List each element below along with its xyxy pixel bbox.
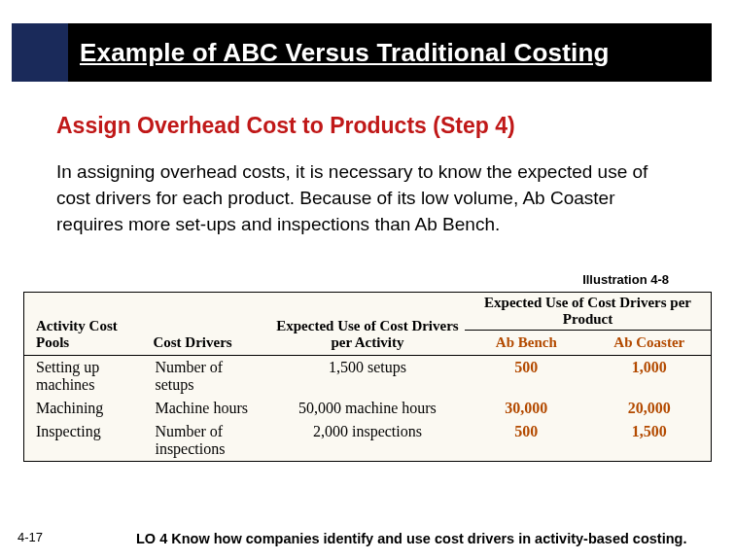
th-per-product-group: Expected Use of Cost Drivers per Product (465, 293, 711, 331)
cell-bench: 500 (465, 420, 587, 461)
slide-title: Example of ABC Versus Traditional Costin… (68, 38, 610, 68)
table: Activity Cost Pools Cost Drivers Expecte… (24, 293, 711, 461)
th-cost-driver: Cost Drivers (147, 293, 269, 356)
illustration-label: Illustration 4-8 (582, 272, 669, 287)
cell-coaster: 1,000 (588, 356, 711, 398)
th-activity-pool: Activity Cost Pools (24, 293, 147, 356)
cell-activity: 1,500 setups (270, 356, 465, 398)
cell-driver: Number of inspections (147, 420, 269, 461)
cell-coaster: 20,000 (588, 397, 711, 420)
cell-driver: Machine hours (147, 397, 269, 420)
cost-driver-table: Activity Cost Pools Cost Drivers Expecte… (23, 292, 712, 462)
table-row: Setting up machines Number of setups 1,5… (24, 356, 711, 398)
table-row: Machining Machine hours 50,000 machine h… (24, 397, 711, 420)
th-per-activity: Expected Use of Cost Drivers per Activit… (270, 293, 465, 356)
title-accent-block (12, 23, 68, 82)
page-number: 4-17 (18, 530, 43, 544)
cell-pool: Setting up machines (24, 356, 147, 398)
section-heading: Assign Overhead Cost to Products (Step 4… (56, 113, 515, 139)
cell-activity: 50,000 machine hours (270, 397, 465, 420)
title-bar: Example of ABC Versus Traditional Costin… (12, 23, 712, 82)
cell-pool: Machining (24, 397, 147, 420)
learning-objective: LO 4 Know how companies identify and use… (136, 531, 686, 546)
cell-coaster: 1,500 (588, 420, 711, 461)
th-ab-bench: Ab Bench (465, 331, 587, 356)
body-paragraph: In assigning overhead costs, it is neces… (56, 159, 679, 238)
th-ab-coaster: Ab Coaster (588, 331, 711, 356)
cell-driver: Number of setups (147, 356, 269, 398)
cell-activity: 2,000 inspections (270, 420, 465, 461)
table-row: Inspecting Number of inspections 2,000 i… (24, 420, 711, 461)
cell-bench: 30,000 (465, 397, 587, 420)
cell-pool: Inspecting (24, 420, 147, 461)
cell-bench: 500 (465, 356, 587, 398)
